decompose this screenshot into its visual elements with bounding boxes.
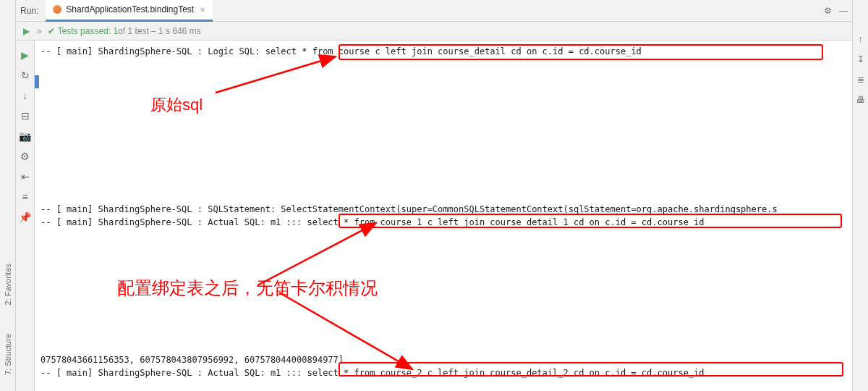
exit-icon[interactable]: ⇤	[19, 170, 32, 183]
layout-icon[interactable]: ≡	[19, 190, 32, 203]
expand-icon[interactable]: »	[37, 26, 42, 36]
rerun-button[interactable]: ▶	[19, 49, 32, 62]
right-sidebar: ↑ ↧ ≣ 🖶	[852, 0, 868, 391]
print-icon[interactable]: 🖶	[855, 94, 867, 106]
minimize-icon[interactable]: —	[839, 6, 848, 16]
console-output[interactable]: -- [ main] ShardingSphere-SQL : Logic SQ…	[35, 41, 852, 391]
log-line: -- [ main] ShardingSphere-SQL : Actual S…	[35, 216, 852, 229]
sidebar-label-favorites[interactable]: 2: Favorites	[4, 264, 12, 305]
test-config-icon	[53, 5, 61, 14]
test-status-bar: ▶ » ✔ Tests passed: 1 of 1 test – 1 s 64…	[16, 22, 852, 41]
scroll-to-end-icon[interactable]: ≣	[855, 74, 867, 85]
step-down-icon[interactable]: ↓	[19, 89, 32, 102]
tests-passed-label: Tests passed: 1	[58, 26, 118, 36]
gear-icon[interactable]: ⚙	[824, 6, 832, 16]
reload-icon[interactable]: ↻	[19, 69, 32, 82]
log-line: -- [ main] ShardingSphere-SQL : Logic SQ…	[35, 45, 852, 58]
run-tab[interactable]: ShardApplicationTest.bindingTest ×	[46, 0, 212, 22]
check-icon: ✔	[48, 26, 55, 36]
stop-icon[interactable]: ⊟	[19, 109, 32, 122]
tab-label: ShardApplicationTest.bindingTest	[66, 4, 194, 14]
active-line-gutter	[35, 75, 39, 88]
run-panel-label: Run:	[20, 6, 38, 16]
sidebar-label-structure[interactable]: 7: Structure	[4, 334, 12, 375]
close-icon[interactable]: ×	[200, 4, 205, 15]
screenshot-icon[interactable]: 📷	[19, 130, 32, 143]
log-line: -- [ main] ShardingSphere-SQL : Actual S…	[35, 366, 852, 379]
pin-icon[interactable]: 📌	[19, 211, 32, 224]
run-tab-bar: Run: ShardApplicationTest.bindingTest × …	[16, 0, 852, 22]
left-sidebar: 2: Favorites 7: Structure	[0, 0, 16, 391]
settings-icon[interactable]: ⚙	[19, 150, 32, 163]
run-tool-column: ▶ ↻ ↓ ⊟ 📷 ⚙ ⇤ ≡ 📌	[16, 41, 35, 391]
scroll-up-icon[interactable]: ↑	[855, 33, 867, 45]
soft-wrap-icon[interactable]: ↧	[855, 54, 867, 65]
rerun-icon[interactable]: ▶	[23, 26, 30, 36]
log-line: -- [ main] ShardingSphere-SQL : SQLState…	[35, 203, 852, 216]
log-line: 07578043661156353, 607578043807956992, 6…	[35, 353, 852, 366]
tests-passed-detail: of 1 test – 1 s 646 ms	[118, 26, 201, 36]
